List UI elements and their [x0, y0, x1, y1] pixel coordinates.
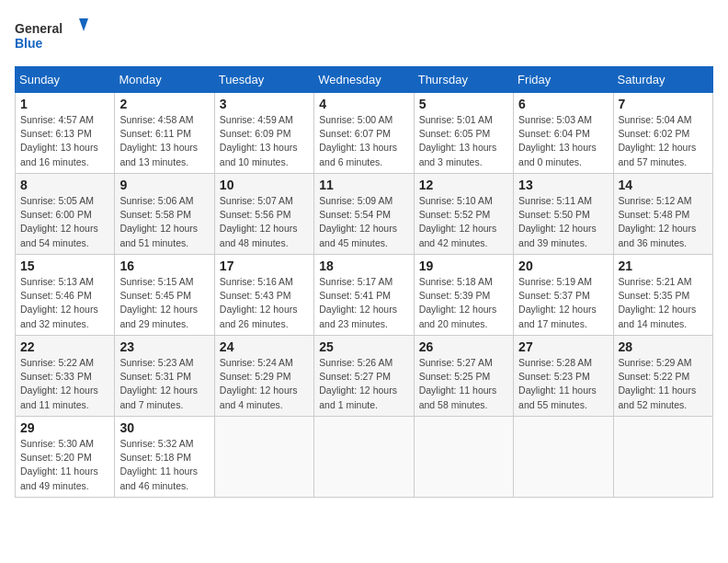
calendar-day-cell: 6Sunrise: 5:03 AM Sunset: 6:04 PM Daylig…	[514, 93, 613, 174]
calendar-week-row: 1Sunrise: 4:57 AM Sunset: 6:13 PM Daylig…	[16, 93, 713, 174]
day-number: 20	[518, 259, 608, 273]
day-number: 28	[619, 339, 708, 354]
calendar-header-cell: Saturday	[613, 67, 712, 93]
day-number: 29	[20, 420, 109, 435]
day-number: 12	[419, 178, 508, 192]
day-number: 1	[20, 97, 109, 111]
day-info: Sunrise: 5:26 AM Sunset: 5:27 PM Dayligh…	[319, 356, 408, 412]
calendar-day-cell	[613, 417, 712, 498]
day-info: Sunrise: 5:15 AM Sunset: 5:45 PM Dayligh…	[119, 275, 209, 331]
day-number: 23	[119, 339, 209, 354]
calendar-day-cell: 23Sunrise: 5:23 AM Sunset: 5:31 PM Dayli…	[115, 336, 214, 417]
day-info: Sunrise: 5:09 AM Sunset: 5:54 PM Dayligh…	[319, 194, 408, 250]
day-info: Sunrise: 5:04 AM Sunset: 6:02 PM Dayligh…	[619, 113, 708, 169]
svg-marker-2	[79, 18, 88, 31]
day-info: Sunrise: 4:57 AM Sunset: 6:13 PM Dayligh…	[20, 113, 109, 169]
day-info: Sunrise: 5:16 AM Sunset: 5:43 PM Dayligh…	[220, 275, 309, 331]
day-number: 4	[319, 97, 408, 111]
day-info: Sunrise: 5:24 AM Sunset: 5:29 PM Dayligh…	[220, 356, 309, 412]
calendar-header-cell: Tuesday	[214, 67, 313, 93]
day-number: 16	[119, 259, 209, 273]
day-number: 17	[220, 259, 309, 273]
day-number: 5	[419, 97, 508, 111]
calendar-day-cell: 22Sunrise: 5:22 AM Sunset: 5:33 PM Dayli…	[16, 336, 115, 417]
calendar-header-row: SundayMondayTuesdayWednesdayThursdayFrid…	[16, 67, 713, 93]
day-number: 9	[119, 178, 209, 192]
calendar-day-cell: 16Sunrise: 5:15 AM Sunset: 5:45 PM Dayli…	[115, 255, 214, 336]
day-info: Sunrise: 5:00 AM Sunset: 6:07 PM Dayligh…	[319, 113, 408, 169]
calendar-week-row: 8Sunrise: 5:05 AM Sunset: 6:00 PM Daylig…	[16, 174, 713, 255]
day-number: 26	[419, 339, 508, 354]
day-info: Sunrise: 5:06 AM Sunset: 5:58 PM Dayligh…	[119, 194, 209, 250]
svg-text:General: General	[15, 21, 63, 36]
calendar-day-cell: 24Sunrise: 5:24 AM Sunset: 5:29 PM Dayli…	[214, 336, 313, 417]
calendar-day-cell: 1Sunrise: 4:57 AM Sunset: 6:13 PM Daylig…	[16, 93, 115, 174]
day-info: Sunrise: 5:23 AM Sunset: 5:31 PM Dayligh…	[119, 356, 209, 412]
day-number: 13	[518, 178, 608, 192]
day-info: Sunrise: 5:11 AM Sunset: 5:50 PM Dayligh…	[518, 194, 608, 250]
day-number: 21	[619, 259, 708, 273]
calendar-day-cell: 8Sunrise: 5:05 AM Sunset: 6:00 PM Daylig…	[16, 174, 115, 255]
day-info: Sunrise: 5:10 AM Sunset: 5:52 PM Dayligh…	[419, 194, 508, 250]
day-number: 22	[20, 339, 109, 354]
logo: General Blue	[15, 15, 88, 55]
day-info: Sunrise: 4:58 AM Sunset: 6:11 PM Dayligh…	[119, 113, 209, 169]
calendar-week-row: 15Sunrise: 5:13 AM Sunset: 5:46 PM Dayli…	[16, 255, 713, 336]
day-info: Sunrise: 5:21 AM Sunset: 5:35 PM Dayligh…	[619, 275, 708, 331]
calendar-day-cell: 3Sunrise: 4:59 AM Sunset: 6:09 PM Daylig…	[214, 93, 313, 174]
day-number: 25	[319, 339, 408, 354]
day-info: Sunrise: 5:22 AM Sunset: 5:33 PM Dayligh…	[20, 356, 109, 412]
day-number: 3	[220, 97, 309, 111]
calendar-day-cell: 30Sunrise: 5:32 AM Sunset: 5:18 PM Dayli…	[115, 417, 214, 498]
logo-svg: General Blue	[15, 15, 88, 55]
calendar-table: SundayMondayTuesdayWednesdayThursdayFrid…	[15, 66, 713, 498]
calendar-header-cell: Thursday	[414, 67, 513, 93]
day-info: Sunrise: 5:28 AM Sunset: 5:23 PM Dayligh…	[518, 356, 608, 412]
calendar-week-row: 22Sunrise: 5:22 AM Sunset: 5:33 PM Dayli…	[16, 336, 713, 417]
calendar-header-cell: Wednesday	[314, 67, 414, 93]
calendar-day-cell	[514, 417, 613, 498]
calendar-header-cell: Friday	[514, 67, 613, 93]
day-info: Sunrise: 5:13 AM Sunset: 5:46 PM Dayligh…	[20, 275, 109, 331]
calendar-week-row: 29Sunrise: 5:30 AM Sunset: 5:20 PM Dayli…	[16, 417, 713, 498]
day-info: Sunrise: 5:32 AM Sunset: 5:18 PM Dayligh…	[119, 437, 209, 493]
calendar-day-cell: 7Sunrise: 5:04 AM Sunset: 6:02 PM Daylig…	[613, 93, 712, 174]
day-info: Sunrise: 5:07 AM Sunset: 5:56 PM Dayligh…	[220, 194, 309, 250]
day-number: 24	[220, 339, 309, 354]
day-info: Sunrise: 5:03 AM Sunset: 6:04 PM Dayligh…	[518, 113, 608, 169]
calendar-day-cell: 27Sunrise: 5:28 AM Sunset: 5:23 PM Dayli…	[514, 336, 613, 417]
day-number: 14	[619, 178, 708, 192]
calendar-day-cell: 20Sunrise: 5:19 AM Sunset: 5:37 PM Dayli…	[514, 255, 613, 336]
day-info: Sunrise: 5:27 AM Sunset: 5:25 PM Dayligh…	[419, 356, 508, 412]
calendar-body: 1Sunrise: 4:57 AM Sunset: 6:13 PM Daylig…	[16, 93, 713, 498]
calendar-day-cell: 15Sunrise: 5:13 AM Sunset: 5:46 PM Dayli…	[16, 255, 115, 336]
svg-text:Blue: Blue	[15, 36, 43, 51]
calendar-day-cell	[214, 417, 313, 498]
calendar-day-cell: 19Sunrise: 5:18 AM Sunset: 5:39 PM Dayli…	[414, 255, 513, 336]
day-info: Sunrise: 4:59 AM Sunset: 6:09 PM Dayligh…	[220, 113, 309, 169]
day-number: 18	[319, 259, 408, 273]
day-number: 6	[518, 97, 608, 111]
calendar-day-cell: 28Sunrise: 5:29 AM Sunset: 5:22 PM Dayli…	[613, 336, 712, 417]
calendar-day-cell: 13Sunrise: 5:11 AM Sunset: 5:50 PM Dayli…	[514, 174, 613, 255]
calendar-day-cell	[314, 417, 414, 498]
day-info: Sunrise: 5:18 AM Sunset: 5:39 PM Dayligh…	[419, 275, 508, 331]
calendar-day-cell: 4Sunrise: 5:00 AM Sunset: 6:07 PM Daylig…	[314, 93, 414, 174]
day-number: 10	[220, 178, 309, 192]
day-number: 8	[20, 178, 109, 192]
calendar-day-cell: 5Sunrise: 5:01 AM Sunset: 6:05 PM Daylig…	[414, 93, 513, 174]
calendar-day-cell: 11Sunrise: 5:09 AM Sunset: 5:54 PM Dayli…	[314, 174, 414, 255]
calendar-day-cell: 17Sunrise: 5:16 AM Sunset: 5:43 PM Dayli…	[214, 255, 313, 336]
day-number: 19	[419, 259, 508, 273]
day-info: Sunrise: 5:30 AM Sunset: 5:20 PM Dayligh…	[20, 437, 109, 493]
day-info: Sunrise: 5:29 AM Sunset: 5:22 PM Dayligh…	[619, 356, 708, 412]
calendar-day-cell: 21Sunrise: 5:21 AM Sunset: 5:35 PM Dayli…	[613, 255, 712, 336]
calendar-day-cell: 29Sunrise: 5:30 AM Sunset: 5:20 PM Dayli…	[16, 417, 115, 498]
calendar-header-cell: Sunday	[16, 67, 115, 93]
calendar-day-cell: 26Sunrise: 5:27 AM Sunset: 5:25 PM Dayli…	[414, 336, 513, 417]
calendar-day-cell: 12Sunrise: 5:10 AM Sunset: 5:52 PM Dayli…	[414, 174, 513, 255]
day-number: 15	[20, 259, 109, 273]
day-number: 27	[518, 339, 608, 354]
calendar-day-cell: 2Sunrise: 4:58 AM Sunset: 6:11 PM Daylig…	[115, 93, 214, 174]
day-number: 7	[619, 97, 708, 111]
